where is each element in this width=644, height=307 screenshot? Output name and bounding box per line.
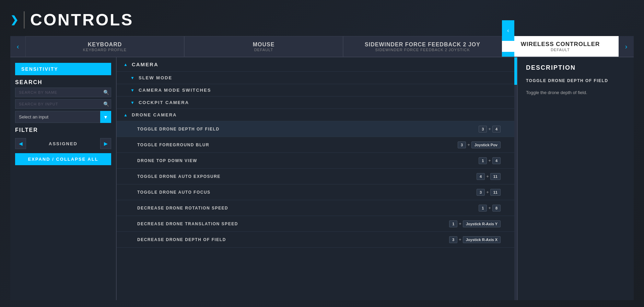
- key-badge: 11: [490, 189, 501, 196]
- description-action-name: TOGGLE DRONE DEPTH OF FIELD: [526, 78, 625, 83]
- key-badge: 1: [479, 205, 487, 212]
- tab-wireless[interactable]: ‹ WIRELESS CONTROLLER DEFAULT ›: [502, 36, 619, 57]
- tab-keyboard-label: KEYBOARD: [88, 42, 122, 48]
- tab-keyboard-profile: KEYBOARD PROFILE: [83, 48, 127, 52]
- left-panel: SENSITIVITY SEARCH 🔍 🔍 Select an input: [10, 57, 117, 300]
- search-by-input-icon[interactable]: 🔍: [103, 101, 109, 107]
- tab-mouse[interactable]: MOUSE DEFAULT: [184, 36, 343, 57]
- subcategory-cockpit-camera[interactable]: ▼ COCKPIT CAMERA: [117, 96, 514, 109]
- search-section: SEARCH 🔍 🔍 Select an input ▼: [15, 79, 111, 123]
- key-plus: +: [459, 221, 461, 226]
- binding-row-decrease-drone-rotation-speed[interactable]: DECREASE DRONE ROTATION SPEED 1 + 8: [117, 200, 514, 216]
- key-badge: 3: [449, 236, 457, 243]
- binding-name-decrease-drone-translation-speed: DECREASE DRONE TRANSLATION SPEED: [137, 221, 449, 226]
- select-input[interactable]: Select an input: [15, 111, 111, 123]
- page-title: CONTROLS: [30, 10, 133, 29]
- header-divider: [24, 11, 25, 29]
- tab-prev-button[interactable]: ‹: [10, 36, 25, 57]
- search-by-input-input[interactable]: [15, 99, 111, 109]
- wireless-profile-prev-button[interactable]: ‹: [502, 20, 514, 41]
- category-camera-header[interactable]: ▲ CAMERA: [117, 57, 514, 72]
- sensitivity-button[interactable]: SENSITIVITY: [15, 63, 111, 75]
- middle-panel[interactable]: ▲ CAMERA ▼ SLEW MODE ▼ CAMERA MODE SWITC…: [117, 57, 517, 300]
- select-input-wrap: Select an input ▼: [15, 111, 111, 123]
- tab-mouse-profile: DEFAULT: [254, 48, 273, 52]
- key-plus: +: [488, 126, 491, 132]
- binding-row-decrease-drone-dof[interactable]: DECREASE DRONE DEPTH OF FIELD 3 + Joysti…: [117, 232, 514, 248]
- binding-keys-toggle-foreground-blur: 3 + Joystick Pov: [458, 141, 501, 148]
- scrollbar-thumb[interactable]: [514, 57, 517, 85]
- binding-row-toggle-drone-dof[interactable]: TOGGLE DRONE DEPTH OF FIELD 3 + 4: [117, 121, 514, 137]
- tab-sidewinder-label: SIDEWINDER FORCE FEEDBACK 2 JOY: [365, 42, 480, 48]
- right-panel: DESCRIPTION TOGGLE DRONE DEPTH OF FIELD …: [517, 57, 634, 300]
- tab-mouse-label: MOUSE: [253, 42, 275, 48]
- binding-name-toggle-drone-auto-exposure: TOGGLE DRONE AUTO EXPOSURE: [137, 174, 477, 179]
- binding-row-toggle-drone-auto-exposure[interactable]: TOGGLE DRONE AUTO EXPOSURE 4 + 11: [117, 169, 514, 184]
- key-badge: 3: [458, 141, 466, 148]
- search-group: 🔍 🔍 Select an input ▼: [15, 88, 111, 123]
- binding-row-decrease-drone-translation-speed[interactable]: DECREASE DRONE TRANSLATION SPEED 1 + Joy…: [117, 216, 514, 232]
- tab-next-button[interactable]: ›: [619, 36, 634, 57]
- drone-camera-label: DRONE CAMERA: [132, 112, 177, 117]
- key-plus: +: [488, 158, 491, 163]
- key-badge: 1: [449, 220, 457, 227]
- binding-row-drone-top-down[interactable]: DRONE TOP DOWN VIEW 1 + 4: [117, 153, 514, 169]
- binding-name-decrease-drone-dof: DECREASE DRONE DEPTH OF FIELD: [137, 237, 449, 242]
- binding-name-toggle-foreground-blur: TOGGLE FOREGROUND BLUR: [137, 143, 458, 147]
- scrollbar-track: [514, 57, 517, 300]
- key-plus: +: [486, 190, 489, 195]
- tab-keyboard[interactable]: KEYBOARD KEYBOARD PROFILE: [25, 36, 184, 57]
- slew-mode-arrow: ▼: [130, 76, 135, 80]
- tab-sidewinder-profile: SIDEWINDER FORCE FEEDBACK 2 JOYSTICK: [375, 48, 470, 52]
- key-plus: +: [467, 142, 470, 147]
- header-logo-arrow: ❯: [10, 14, 18, 25]
- key-badge: 8: [492, 205, 501, 212]
- content-area: SENSITIVITY SEARCH 🔍 🔍 Select an input: [10, 57, 634, 300]
- binding-row-toggle-drone-auto-focus[interactable]: TOGGLE DRONE AUTO FOCUS 3 + 11: [117, 184, 514, 200]
- key-plus: +: [486, 174, 489, 179]
- search-by-input-wrap: 🔍: [15, 99, 111, 109]
- binding-keys-drone-top-down: 1 + 4: [479, 157, 501, 164]
- search-by-name-wrap: 🔍: [15, 88, 111, 97]
- filter-prev-button[interactable]: ◀: [15, 138, 26, 149]
- search-by-name-input[interactable]: [15, 88, 111, 97]
- subcategory-camera-mode-switches[interactable]: ▼ CAMERA MODE SWITCHES: [117, 84, 514, 96]
- description-title: DESCRIPTION: [526, 64, 625, 71]
- search-by-name-icon[interactable]: 🔍: [103, 90, 109, 95]
- camera-mode-switches-label: CAMERA MODE SWITCHES: [139, 88, 211, 93]
- main-container: ❯ CONTROLS ‹ KEYBOARD KEYBOARD PROFILE M…: [0, 0, 644, 307]
- slew-mode-label: SLEW MODE: [139, 75, 172, 80]
- key-plus: +: [459, 237, 461, 242]
- filter-next-button[interactable]: ▶: [100, 138, 111, 149]
- key-plus: +: [488, 205, 491, 211]
- filter-section-label: FILTER: [15, 127, 111, 133]
- binding-name-decrease-drone-rotation-speed: DECREASE DRONE ROTATION SPEED: [137, 206, 479, 211]
- category-camera-label: CAMERA: [132, 61, 159, 67]
- search-section-label: SEARCH: [15, 79, 111, 86]
- camera-mode-switches-arrow: ▼: [130, 88, 135, 93]
- tab-bar: ‹ KEYBOARD KEYBOARD PROFILE MOUSE DEFAUL…: [10, 36, 634, 57]
- binding-name-toggle-drone-auto-focus: TOGGLE DRONE AUTO FOCUS: [137, 190, 477, 195]
- key-badge: 4: [477, 173, 485, 180]
- key-badge: 11: [490, 173, 501, 180]
- key-badge: 4: [492, 126, 501, 133]
- key-badge: 1: [479, 157, 487, 164]
- filter-row: ◀ ASSIGNED ▶: [15, 138, 111, 149]
- binding-keys-toggle-drone-auto-exposure: 4 + 11: [477, 173, 501, 180]
- wireless-tab-center: WIRELESS CONTROLLER DEFAULT: [502, 41, 619, 52]
- cockpit-camera-label: COCKPIT CAMERA: [139, 100, 189, 105]
- binding-keys-toggle-drone-auto-focus: 3 + 11: [477, 189, 501, 196]
- tab-sidewinder[interactable]: SIDEWINDER FORCE FEEDBACK 2 JOY SIDEWIND…: [343, 36, 502, 57]
- key-badge: 4: [492, 157, 501, 164]
- key-badge: 3: [477, 189, 485, 196]
- subcategory-slew-mode[interactable]: ▼ SLEW MODE: [117, 72, 514, 84]
- header: ❯ CONTROLS: [10, 10, 634, 29]
- filter-section: FILTER ◀ ASSIGNED ▶: [15, 127, 111, 149]
- category-camera-arrow: ▲: [124, 62, 128, 67]
- binding-keys-decrease-drone-rotation-speed: 1 + 8: [479, 205, 501, 212]
- binding-keys-decrease-drone-translation-speed: 1 + Joystick R-Axis Y: [449, 220, 501, 227]
- drone-camera-arrow: ▲: [124, 113, 128, 117]
- subcategory-drone-camera[interactable]: ▲ DRONE CAMERA: [117, 109, 514, 121]
- expand-collapse-button[interactable]: EXPAND / COLLAPSE ALL: [15, 153, 111, 165]
- binding-row-toggle-foreground-blur[interactable]: TOGGLE FOREGROUND BLUR 3 + Joystick Pov: [117, 137, 514, 153]
